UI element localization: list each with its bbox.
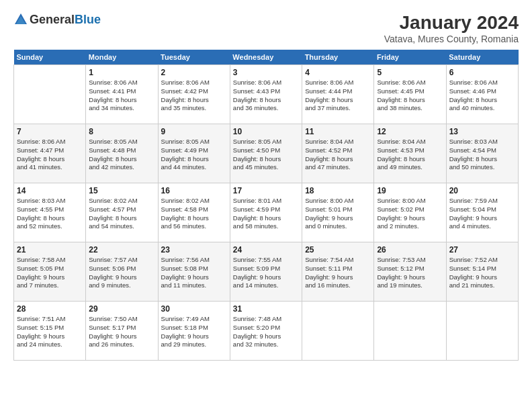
day-info: Sunrise: 7:52 AMSunset: 5:14 PMDaylight:… (449, 256, 515, 290)
day-number: 9 (161, 127, 227, 136)
table-row: 21Sunrise: 7:58 AMSunset: 5:05 PMDayligh… (14, 242, 86, 302)
day-number: 12 (377, 127, 443, 136)
day-number: 13 (449, 127, 515, 136)
day-number: 30 (161, 304, 227, 314)
table-row: 5Sunrise: 8:06 AMSunset: 4:45 PMDaylight… (374, 65, 446, 124)
day-number: 19 (377, 186, 443, 195)
day-info: Sunrise: 8:03 AMSunset: 4:54 PMDaylight:… (449, 138, 515, 172)
weekday-header-row: Sunday Monday Tuesday Wednesday Thursday… (14, 50, 519, 65)
table-row: 12Sunrise: 8:04 AMSunset: 4:53 PMDayligh… (374, 124, 446, 183)
day-number: 20 (449, 186, 515, 195)
day-info: Sunrise: 8:06 AMSunset: 4:41 PMDaylight:… (89, 79, 154, 113)
table-row: 26Sunrise: 7:53 AMSunset: 5:12 PMDayligh… (374, 242, 446, 302)
table-row: 13Sunrise: 8:03 AMSunset: 4:54 PMDayligh… (446, 124, 518, 183)
day-number: 22 (89, 245, 154, 255)
calendar-week-4: 21Sunrise: 7:58 AMSunset: 5:05 PMDayligh… (14, 242, 519, 302)
table-row: 23Sunrise: 7:56 AMSunset: 5:08 PMDayligh… (158, 242, 230, 302)
table-row: 11Sunrise: 8:04 AMSunset: 4:52 PMDayligh… (302, 124, 374, 183)
day-number: 21 (17, 245, 83, 255)
table-row: 19Sunrise: 8:00 AMSunset: 5:02 PMDayligh… (374, 183, 446, 242)
header-sunday: Sunday (14, 50, 86, 65)
day-info: Sunrise: 8:06 AMSunset: 4:42 PMDaylight:… (161, 79, 227, 113)
day-number: 14 (17, 186, 83, 195)
logo: GeneralBlue (13, 12, 101, 27)
day-number: 16 (161, 186, 227, 195)
day-info: Sunrise: 7:53 AMSunset: 5:12 PMDaylight:… (377, 256, 443, 290)
day-info: Sunrise: 8:05 AMSunset: 4:50 PMDaylight:… (233, 138, 299, 172)
day-number: 2 (161, 68, 227, 77)
table-row: 3Sunrise: 8:06 AMSunset: 4:43 PMDaylight… (230, 65, 302, 124)
table-row: 16Sunrise: 8:02 AMSunset: 4:58 PMDayligh… (158, 183, 230, 242)
day-number: 7 (17, 127, 83, 136)
table-row: 17Sunrise: 8:01 AMSunset: 4:59 PMDayligh… (230, 183, 302, 242)
month-title: January 2024 (384, 12, 519, 34)
logo-icon (13, 12, 28, 27)
day-info: Sunrise: 8:06 AMSunset: 4:47 PMDaylight:… (17, 138, 83, 172)
day-info: Sunrise: 8:04 AMSunset: 4:52 PMDaylight:… (305, 138, 371, 172)
table-row: 27Sunrise: 7:52 AMSunset: 5:14 PMDayligh… (446, 242, 518, 302)
day-info: Sunrise: 7:50 AMSunset: 5:17 PMDaylight:… (89, 315, 154, 349)
day-number: 27 (449, 245, 515, 255)
day-number: 26 (377, 245, 443, 255)
calendar-week-1: 1Sunrise: 8:06 AMSunset: 4:41 PMDaylight… (14, 65, 519, 124)
day-number: 6 (449, 68, 515, 77)
calendar-week-2: 7Sunrise: 8:06 AMSunset: 4:47 PMDaylight… (14, 124, 519, 183)
header-friday: Friday (374, 50, 446, 65)
day-number: 29 (89, 304, 154, 314)
day-info: Sunrise: 8:05 AMSunset: 4:49 PMDaylight:… (161, 138, 227, 172)
table-row: 24Sunrise: 7:55 AMSunset: 5:09 PMDayligh… (230, 242, 302, 302)
day-number: 10 (233, 127, 299, 136)
day-info: Sunrise: 8:00 AMSunset: 5:02 PMDaylight:… (377, 197, 443, 231)
day-info: Sunrise: 8:06 AMSunset: 4:44 PMDaylight:… (305, 79, 371, 113)
day-number: 31 (233, 304, 299, 314)
day-info: Sunrise: 8:04 AMSunset: 4:53 PMDaylight:… (377, 138, 443, 172)
calendar-page: GeneralBlue January 2024 Vatava, Mures C… (0, 0, 532, 411)
table-row: 7Sunrise: 8:06 AMSunset: 4:47 PMDaylight… (14, 124, 86, 183)
day-number: 15 (89, 186, 154, 195)
day-number: 5 (377, 68, 443, 77)
day-number: 8 (89, 127, 154, 136)
table-row: 14Sunrise: 8:03 AMSunset: 4:55 PMDayligh… (14, 183, 86, 242)
logo-blue-text: Blue (75, 13, 101, 27)
day-number: 17 (233, 186, 299, 195)
header: GeneralBlue January 2024 Vatava, Mures C… (13, 12, 519, 44)
calendar-table: Sunday Monday Tuesday Wednesday Thursday… (13, 50, 519, 361)
day-info: Sunrise: 8:01 AMSunset: 4:59 PMDaylight:… (233, 197, 299, 231)
table-row: 15Sunrise: 8:02 AMSunset: 4:57 PMDayligh… (86, 183, 158, 242)
header-wednesday: Wednesday (230, 50, 302, 65)
day-number: 4 (305, 68, 371, 77)
title-block: January 2024 Vatava, Mures County, Roman… (384, 12, 519, 44)
table-row: 31Sunrise: 7:48 AMSunset: 5:20 PMDayligh… (230, 302, 302, 361)
subtitle: Vatava, Mures County, Romania (384, 34, 519, 44)
table-row: 18Sunrise: 8:00 AMSunset: 5:01 PMDayligh… (302, 183, 374, 242)
day-number: 1 (89, 68, 154, 77)
table-row: 1Sunrise: 8:06 AMSunset: 4:41 PMDaylight… (86, 65, 158, 124)
header-tuesday: Tuesday (158, 50, 230, 65)
day-info: Sunrise: 8:00 AMSunset: 5:01 PMDaylight:… (305, 197, 371, 231)
table-row: 22Sunrise: 7:57 AMSunset: 5:06 PMDayligh… (86, 242, 158, 302)
day-info: Sunrise: 7:54 AMSunset: 5:11 PMDaylight:… (305, 256, 371, 290)
day-number: 28 (17, 304, 83, 314)
day-info: Sunrise: 8:02 AMSunset: 4:57 PMDaylight:… (89, 197, 154, 231)
table-row: 30Sunrise: 7:49 AMSunset: 5:18 PMDayligh… (158, 302, 230, 361)
day-info: Sunrise: 8:02 AMSunset: 4:58 PMDaylight:… (161, 197, 227, 231)
day-number: 18 (305, 186, 371, 195)
table-row: 28Sunrise: 7:51 AMSunset: 5:15 PMDayligh… (14, 302, 86, 361)
table-row: 29Sunrise: 7:50 AMSunset: 5:17 PMDayligh… (86, 302, 158, 361)
table-row: 20Sunrise: 7:59 AMSunset: 5:04 PMDayligh… (446, 183, 518, 242)
header-saturday: Saturday (446, 50, 518, 65)
day-info: Sunrise: 7:56 AMSunset: 5:08 PMDaylight:… (161, 256, 227, 290)
day-info: Sunrise: 7:58 AMSunset: 5:05 PMDaylight:… (17, 256, 83, 290)
day-number: 25 (305, 245, 371, 255)
header-thursday: Thursday (302, 50, 374, 65)
calendar-week-3: 14Sunrise: 8:03 AMSunset: 4:55 PMDayligh… (14, 183, 519, 242)
day-number: 11 (305, 127, 371, 136)
table-row: 10Sunrise: 8:05 AMSunset: 4:50 PMDayligh… (230, 124, 302, 183)
table-row: 4Sunrise: 8:06 AMSunset: 4:44 PMDaylight… (302, 65, 374, 124)
day-info: Sunrise: 7:49 AMSunset: 5:18 PMDaylight:… (161, 315, 227, 349)
table-row (302, 302, 374, 361)
day-info: Sunrise: 7:48 AMSunset: 5:20 PMDaylight:… (233, 315, 299, 349)
day-info: Sunrise: 7:51 AMSunset: 5:15 PMDaylight:… (17, 315, 83, 349)
calendar-week-5: 28Sunrise: 7:51 AMSunset: 5:15 PMDayligh… (14, 302, 519, 361)
table-row: 9Sunrise: 8:05 AMSunset: 4:49 PMDaylight… (158, 124, 230, 183)
